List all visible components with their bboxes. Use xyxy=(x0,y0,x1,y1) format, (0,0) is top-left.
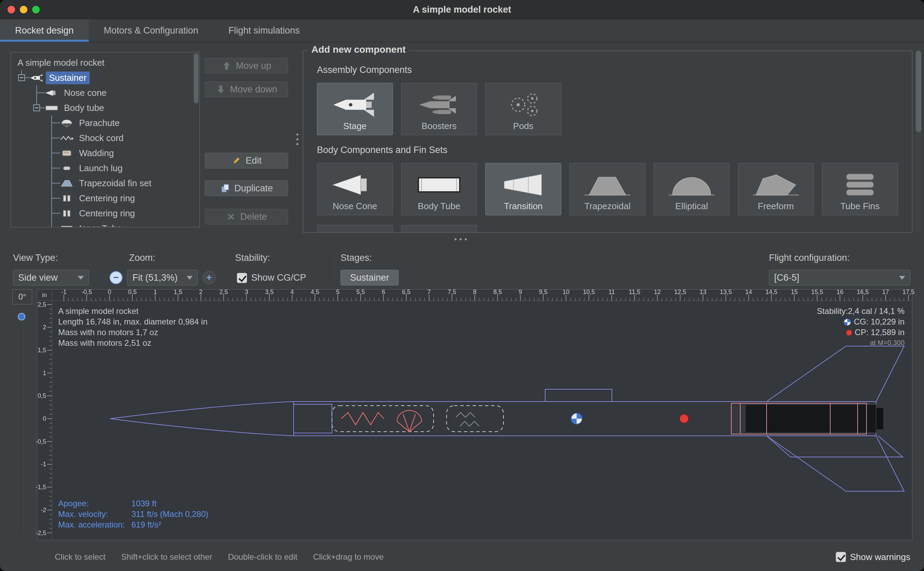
component-button-label: Elliptical xyxy=(675,201,708,211)
maximize-window-button[interactable] xyxy=(32,6,40,13)
close-window-button[interactable] xyxy=(8,6,15,13)
zoom-in-button[interactable]: + xyxy=(203,271,216,284)
tree-item-label: Trapezoidal fin set xyxy=(76,177,154,190)
duplicate-label: Duplicate xyxy=(234,183,273,194)
svg-text:11,5: 11,5 xyxy=(629,289,640,295)
tree-guide xyxy=(14,100,29,115)
tree-item-label: Inner Tube xyxy=(76,222,125,227)
move-up-icon xyxy=(222,60,232,71)
tree-item-body-tube[interactable]: Body tube xyxy=(14,100,200,115)
tree-item-centering-ring[interactable]: Centering ring xyxy=(14,206,200,221)
zoom-out-button[interactable]: − xyxy=(109,271,123,284)
component-button-transition[interactable]: Transition xyxy=(485,163,561,215)
component-groups: Assembly ComponentsStageBoostersPodsBody… xyxy=(303,51,912,232)
tree-scrollbar[interactable] xyxy=(194,53,199,226)
tree-item-nose-cone[interactable]: Nose cone xyxy=(14,85,200,100)
stability-value: Stability:2,4 cal / 14,1 % xyxy=(817,306,904,316)
move-down-label: Move down xyxy=(230,84,277,95)
view-type-value: Side view xyxy=(18,273,58,283)
duplicate-button[interactable]: Duplicate xyxy=(205,181,288,196)
component-button-nose-cone[interactable]: Nose Cone xyxy=(317,163,393,215)
transition-icon xyxy=(497,171,549,199)
tree-item-a-simple-model-rocket[interactable]: A simple model rocket xyxy=(14,55,200,70)
tree-guide xyxy=(29,160,45,176)
tree-item-wadding[interactable]: Wadding xyxy=(14,145,200,160)
svg-text:5,5: 5,5 xyxy=(356,289,365,295)
tree-item-label: Launch lug xyxy=(76,162,126,174)
ruler-unit: in xyxy=(37,290,52,301)
tree-guide xyxy=(14,85,29,100)
rotation-slider-knob[interactable] xyxy=(18,313,25,320)
tree-guide xyxy=(14,206,29,221)
rotation-angle: 0° xyxy=(12,289,32,304)
component-button-pods[interactable]: Pods xyxy=(485,83,561,135)
component-button-cropped[interactable] xyxy=(401,225,477,232)
cp-value: CP: 12,589 in xyxy=(855,327,904,337)
tree-item-parachute[interactable]: Parachute xyxy=(14,115,200,130)
panel-scrollbar-thumb[interactable] xyxy=(916,51,921,132)
titlebar: A simple model rocket xyxy=(0,0,924,19)
tree-item-inner-tube[interactable]: Inner Tube xyxy=(14,221,200,227)
rocket-view-canvas[interactable]: in -1-0,500,511,522,533,544,555,566,577,… xyxy=(37,289,912,540)
tree-item-centering-ring[interactable]: Centering ring xyxy=(14,191,200,206)
collapse-icon[interactable] xyxy=(33,104,40,111)
component-button-trapezoidal[interactable]: Trapezoidal xyxy=(570,163,645,215)
max-acceleration-label: Max. acceleration: xyxy=(58,519,131,530)
tree-item-label: Body tube xyxy=(61,102,107,114)
edit-button[interactable]: Edit xyxy=(205,153,288,168)
component-button-boosters[interactable]: Boosters xyxy=(401,83,477,135)
collapse-icon[interactable] xyxy=(18,74,25,81)
tree-item-trapezoidal-fin-set[interactable]: Trapezoidal fin set xyxy=(14,176,200,191)
svg-text:0: 0 xyxy=(108,289,111,295)
show-warnings-checkbox[interactable]: Show warnings xyxy=(836,552,910,562)
delete-label: Delete xyxy=(240,211,267,222)
zoom-select[interactable]: Fit (51,3%) xyxy=(127,270,198,286)
tree-scrollbar-thumb[interactable] xyxy=(194,53,199,103)
component-button-tube-fins[interactable]: Tube Fins xyxy=(822,163,898,215)
component-button-elliptical[interactable]: Elliptical xyxy=(654,163,730,215)
tree-item-sustainer[interactable]: Sustainer xyxy=(14,70,200,85)
component-button-freeform[interactable]: Freeform xyxy=(738,163,814,215)
component-button-cropped[interactable] xyxy=(317,225,393,232)
vertical-splitter-handle[interactable] xyxy=(296,134,299,145)
view-type-select[interactable]: Side view xyxy=(13,270,89,286)
component-button-body-tube[interactable]: Body Tube xyxy=(401,163,477,215)
minimize-window-button[interactable] xyxy=(20,6,28,13)
rotation-slider[interactable] xyxy=(17,309,26,535)
svg-text:2,5: 2,5 xyxy=(219,289,228,295)
horizontal-splitter-handle[interactable] xyxy=(454,238,467,240)
hint-click-to-select: Click to select xyxy=(55,552,105,562)
svg-text:12: 12 xyxy=(654,289,661,295)
svg-text:16,5: 16,5 xyxy=(857,289,869,295)
svg-text:8: 8 xyxy=(473,289,476,295)
svg-text:0,5: 0,5 xyxy=(38,392,46,399)
stage-toggle-sustainer[interactable]: Sustainer xyxy=(340,270,399,286)
svg-text:8,5: 8,5 xyxy=(493,289,502,295)
tree-guide xyxy=(29,221,45,227)
cg-marker xyxy=(571,413,582,424)
component-button-label: Stage xyxy=(343,121,367,131)
tab-flight-simulations[interactable]: Flight simulations xyxy=(213,20,315,42)
svg-text:4,5: 4,5 xyxy=(311,289,319,295)
svg-text:-0,5: -0,5 xyxy=(82,289,92,295)
svg-text:-0,5: -0,5 xyxy=(35,438,46,445)
show-warnings-label: Show warnings xyxy=(850,552,910,562)
tree-branch xyxy=(45,115,60,130)
svg-text:0: 0 xyxy=(43,415,46,422)
tab-motors-configuration[interactable]: Motors & Configuration xyxy=(89,20,213,42)
tree-item-launch-lug[interactable]: Launch lug xyxy=(14,160,200,176)
delete-button: Delete xyxy=(205,209,288,225)
component-button-stage[interactable]: Stage xyxy=(317,83,393,135)
flight-configuration-select[interactable]: [C6-5] xyxy=(769,270,910,286)
component-button-label: Body Tube xyxy=(418,201,460,211)
wadding-icon xyxy=(60,148,76,158)
panel-scrollbar[interactable] xyxy=(916,51,921,233)
svg-text:-1,5: -1,5 xyxy=(35,484,46,491)
rocket-drawing-area[interactable]: A simple model rocket Length 16,748 in, … xyxy=(52,301,912,540)
motor-nozzle xyxy=(876,408,884,430)
tab-rocket-design[interactable]: Rocket design xyxy=(0,20,89,42)
tree-item-shock-cord[interactable]: Shock cord xyxy=(14,130,200,145)
component-tree: A simple model rocketSustainerNose coneB… xyxy=(11,52,200,227)
tree-guide xyxy=(14,115,29,130)
show-cg-cp-checkbox[interactable]: Show CG/CP xyxy=(237,273,306,283)
